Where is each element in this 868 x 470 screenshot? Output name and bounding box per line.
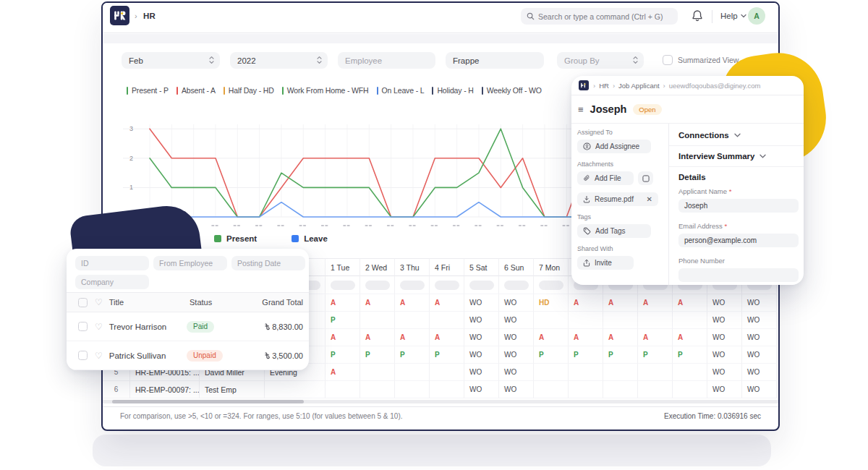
grid-cell: WO — [464, 381, 499, 398]
claim-title[interactable]: Patrick Sullivan — [109, 351, 166, 360]
status-legend-item: Weekly Off - WO — [482, 86, 542, 95]
amount-value: 8,830.00 — [272, 322, 303, 331]
column-filter-input[interactable] — [400, 281, 425, 290]
summarized-view-toggle[interactable]: Summarized View — [663, 55, 739, 65]
employee-placeholder: Employee — [345, 56, 382, 65]
legend-label: Half Day - HD — [229, 86, 274, 95]
group-by-select[interactable]: Group By — [557, 52, 644, 69]
title-column-header[interactable]: Title — [109, 298, 124, 307]
crumb-job-applicant[interactable]: Job Applicant — [618, 82, 660, 90]
grid-cell: WO — [499, 312, 534, 329]
notifications-button[interactable] — [690, 9, 705, 23]
heart-icon[interactable]: ♡ — [95, 297, 103, 307]
summarized-view-checkbox[interactable] — [663, 55, 673, 65]
interview-summary-section-toggle[interactable]: Interview Summary — [678, 152, 798, 161]
claim-title[interactable]: Trevor Harrison — [109, 322, 166, 331]
invite-button[interactable]: Invite — [577, 256, 634, 270]
crumb-applicant-email[interactable]: ueewdfoqoubas@diginey.com — [669, 82, 761, 90]
company-filter-input-card[interactable]: Company — [75, 275, 149, 289]
grid-cell — [430, 381, 464, 398]
breadcrumb-chevron: › — [593, 82, 595, 90]
horizontal-scrollbar[interactable] — [103, 400, 778, 403]
attachment-resume[interactable]: Resume.pdf ✕ — [577, 192, 658, 206]
grid-day-header[interactable]: 6 Sun — [499, 258, 534, 276]
crumb-hr[interactable]: HR — [599, 82, 609, 90]
add-file-button[interactable]: Add File — [577, 171, 634, 185]
summarized-view-label: Summarized View — [678, 56, 739, 64]
grid-cell: A — [638, 329, 673, 346]
breadcrumb-hr[interactable]: HR — [143, 12, 156, 20]
id-filter-input[interactable]: ID — [75, 256, 149, 270]
column-filter-input[interactable] — [331, 281, 355, 290]
user-avatar[interactable]: A — [748, 7, 765, 25]
posting-date-filter-input[interactable]: Posting Date — [231, 256, 305, 270]
grid-cell — [265, 381, 326, 398]
heart-icon[interactable]: ♡ — [95, 322, 103, 332]
scrollbar-thumb[interactable] — [112, 400, 304, 403]
field-input[interactable]: person@example.com — [678, 234, 799, 247]
status-badge-open[interactable]: Open — [633, 104, 661, 115]
from-employee-filter-input[interactable]: From Employee — [153, 256, 227, 270]
add-assignee-button[interactable]: Add Assignee — [577, 140, 651, 153]
column-filter-input[interactable] — [469, 281, 494, 290]
field-label: Email Address * — [678, 222, 798, 230]
invite-label: Invite — [595, 259, 612, 267]
grid-cell — [360, 381, 395, 398]
connections-section-toggle[interactable]: Connections — [678, 131, 798, 140]
grid-day-header[interactable]: 2 Wed — [360, 258, 395, 276]
status-column-header[interactable]: Status — [190, 298, 212, 307]
column-filter-input[interactable] — [365, 281, 390, 290]
legend-label: Weekly Off - WO — [487, 86, 542, 95]
column-filter-input[interactable] — [504, 281, 529, 290]
claims-table-row[interactable]: ♡Patrick SullivanUnpaid3,500.00 — [67, 341, 309, 370]
attach-library-button[interactable] — [638, 171, 653, 185]
year-select[interactable]: 2022 — [230, 52, 328, 69]
row-checkbox[interactable] — [78, 322, 88, 331]
grid-day-header[interactable]: 3 Thu — [395, 258, 430, 276]
remove-attachment-icon[interactable]: ✕ — [647, 195, 652, 203]
menu-icon[interactable]: ≡ — [578, 104, 584, 115]
help-menu[interactable]: Help — [720, 12, 746, 20]
claims-table-row[interactable]: ♡Trevor HarrisonPaid8,830.00 — [67, 312, 309, 341]
legend-label: Present - P — [132, 86, 169, 95]
status-legend-item: Holiday - H — [432, 86, 473, 95]
grid-cell: WO — [742, 346, 777, 364]
grid-cell: A — [395, 329, 430, 346]
heart-icon[interactable]: ♡ — [95, 351, 103, 361]
field-input[interactable]: Joseph — [678, 199, 799, 213]
grid-cell: A — [673, 294, 707, 312]
select-all-checkbox[interactable] — [78, 298, 88, 307]
add-tags-button[interactable]: Add Tags — [577, 224, 651, 238]
grid-cell: P — [603, 346, 638, 364]
grid-cell — [603, 364, 638, 381]
assign-user-icon — [583, 142, 591, 150]
month-select[interactable]: Feb — [122, 52, 220, 69]
grid-cell: WO — [464, 346, 499, 364]
grid-cell: WO — [707, 294, 742, 312]
app-logo[interactable] — [110, 6, 129, 25]
grid-day-header[interactable]: 7 Mon — [534, 258, 569, 276]
grid-cell — [638, 381, 673, 398]
command-search-input[interactable]: Search or type a command (Ctrl + G) — [521, 8, 678, 25]
form-field: Phone Number — [678, 257, 798, 282]
grand-total-column-header[interactable]: Grand Total — [262, 298, 303, 307]
job-applicant-card: › HR › Job Applicant › ueewdfoqoubas@dig… — [571, 76, 804, 285]
grid-day-header[interactable]: 4 Fri — [430, 258, 464, 276]
grid-cell: A — [673, 329, 707, 346]
add-file-label: Add File — [595, 174, 621, 182]
search-placeholder: Search or type a command (Ctrl + G) — [538, 12, 663, 21]
details-heading: Details — [678, 173, 798, 181]
execution-time: Execution Time: 0.036916 sec — [664, 412, 761, 420]
company-filter-input[interactable]: Frappe — [446, 52, 544, 69]
grid-day-header[interactable]: 5 Sat — [464, 258, 499, 276]
field-input[interactable] — [678, 268, 799, 282]
attachments-label: Attachments — [577, 161, 668, 168]
app-logo-small[interactable] — [579, 80, 589, 90]
row-checkbox[interactable] — [78, 351, 88, 360]
column-filter-input[interactable] — [539, 281, 563, 290]
y-axis-label-1: 1 — [123, 184, 133, 191]
column-filter-input[interactable] — [435, 281, 459, 290]
employee-filter-input[interactable]: Employee — [338, 52, 435, 69]
legend-color-bar — [224, 87, 225, 95]
grid-day-header[interactable]: 1 Tue — [326, 258, 360, 276]
